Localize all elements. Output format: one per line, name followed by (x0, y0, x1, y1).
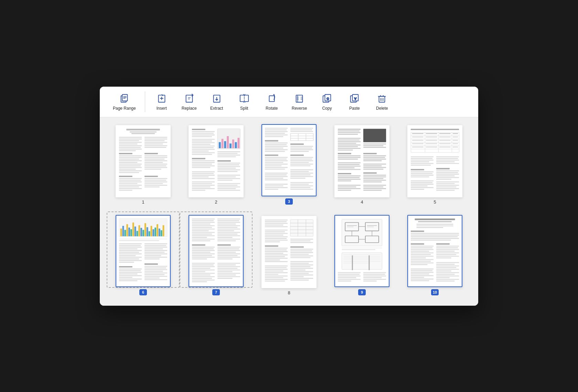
svg-rect-296 (426, 146, 437, 148)
page-thumbnail[interactable] (334, 125, 389, 197)
svg-rect-591 (411, 259, 434, 260)
svg-rect-384 (119, 270, 141, 271)
svg-rect-129 (192, 178, 215, 179)
svg-rect-327 (411, 188, 424, 189)
svg-rect-232 (363, 153, 377, 154)
svg-rect-66 (144, 168, 161, 170)
reverse-icon (294, 93, 305, 104)
svg-rect-227 (338, 149, 353, 150)
svg-rect-387 (119, 275, 142, 276)
svg-rect-369 (119, 258, 139, 259)
toolbar-item-page-range[interactable]: Page Range (107, 90, 142, 113)
svg-rect-154 (290, 131, 313, 132)
svg-rect-554 (343, 261, 380, 262)
list-item[interactable]: 8 (256, 216, 322, 295)
toolbar-item-replace[interactable]: Replace (175, 90, 203, 113)
page-thumbnail[interactable] (261, 216, 317, 288)
toolbar-item-reverse[interactable]: Reverse (286, 90, 313, 113)
page-thumbnail[interactable] (334, 215, 389, 287)
svg-rect-51 (119, 163, 142, 164)
list-item[interactable]: 1 (110, 125, 176, 205)
svg-rect-574 (416, 225, 453, 226)
svg-rect-39 (144, 138, 167, 139)
toolbar-item-copy[interactable]: C Copy (313, 90, 341, 113)
svg-rect-520 (265, 280, 285, 281)
list-item[interactable]: 4 (329, 125, 395, 205)
toolbar-item-delete[interactable]: Delete (368, 90, 396, 113)
svg-rect-548 (342, 249, 376, 250)
svg-rect-474 (265, 225, 283, 226)
svg-rect-558 (338, 272, 361, 273)
page-badge: 10 (431, 289, 439, 295)
page-label: 2 (215, 199, 217, 205)
svg-rect-295 (412, 146, 424, 148)
svg-rect-561 (338, 277, 356, 278)
list-item[interactable]: 10 (402, 215, 468, 295)
insert-icon (156, 93, 167, 104)
svg-rect-243 (363, 165, 382, 166)
page-thumbnail[interactable] (116, 215, 171, 287)
svg-rect-115 (192, 163, 212, 164)
page-thumbnail[interactable] (189, 125, 244, 197)
svg-rect-284 (426, 136, 437, 137)
svg-rect-38 (144, 137, 167, 138)
svg-rect-553 (343, 259, 380, 260)
svg-rect-453 (192, 271, 205, 272)
svg-rect-550 (343, 254, 380, 255)
svg-rect-138 (192, 188, 215, 189)
toolbar: Page Range Insert (100, 87, 478, 117)
svg-rect-310 (411, 169, 424, 170)
svg-rect-146 (265, 128, 288, 129)
svg-rect-564 (363, 272, 386, 273)
svg-rect-245 (363, 168, 384, 170)
svg-rect-512 (265, 267, 287, 268)
page-thumbnail[interactable] (407, 215, 462, 287)
content-area: 1 (100, 117, 478, 306)
svg-rect-49 (119, 160, 142, 161)
svg-rect-137 (192, 186, 211, 187)
list-item[interactable]: 9 (329, 215, 395, 295)
toolbar-item-paste[interactable]: V Paste (341, 90, 368, 113)
svg-rect-140 (217, 183, 240, 184)
svg-rect-246 (338, 173, 351, 174)
svg-rect-346 (140, 228, 142, 236)
svg-rect-60 (144, 159, 165, 160)
svg-rect-475 (265, 226, 288, 227)
svg-rect-85 (192, 131, 215, 132)
svg-rect-434 (192, 251, 211, 252)
extract-label: Extract (210, 106, 223, 111)
svg-rect-47 (119, 157, 142, 158)
svg-rect-96 (235, 142, 237, 148)
page-thumbnail[interactable] (407, 125, 462, 197)
svg-rect-487 (265, 236, 288, 237)
page-thumbnail[interactable] (116, 125, 171, 197)
svg-rect-203 (265, 185, 283, 186)
svg-rect-555 (343, 263, 370, 263)
toolbar-item-rotate[interactable]: Rotate (258, 90, 286, 113)
svg-rect-80 (144, 183, 163, 184)
svg-rect-595 (436, 243, 450, 244)
page-thumbnail[interactable] (189, 215, 244, 287)
svg-rect-36 (119, 148, 142, 149)
list-item[interactable]: 2 (183, 125, 249, 205)
list-item[interactable]: 3 (256, 124, 322, 205)
svg-rect-54 (119, 168, 136, 170)
svg-rect-490 (265, 241, 280, 242)
toolbar-item-insert[interactable]: Insert (148, 90, 175, 113)
svg-rect-471 (265, 219, 288, 220)
toolbar-item-extract[interactable]: Extract (203, 90, 231, 113)
svg-rect-209 (290, 187, 311, 188)
list-item[interactable]: 5 (402, 125, 468, 205)
svg-rect-286 (453, 136, 458, 137)
svg-rect-206 (290, 182, 313, 183)
list-item[interactable]: 7 (183, 215, 249, 295)
svg-rect-466 (217, 273, 240, 274)
copy-label: Copy (322, 106, 332, 111)
svg-rect-78 (144, 179, 166, 181)
list-item[interactable]: 6 (110, 215, 176, 295)
svg-rect-614 (436, 265, 459, 266)
svg-rect-451 (192, 268, 211, 269)
svg-rect-68 (119, 178, 142, 179)
page-thumbnail[interactable] (261, 124, 317, 196)
toolbar-item-split[interactable]: Split (231, 90, 258, 113)
